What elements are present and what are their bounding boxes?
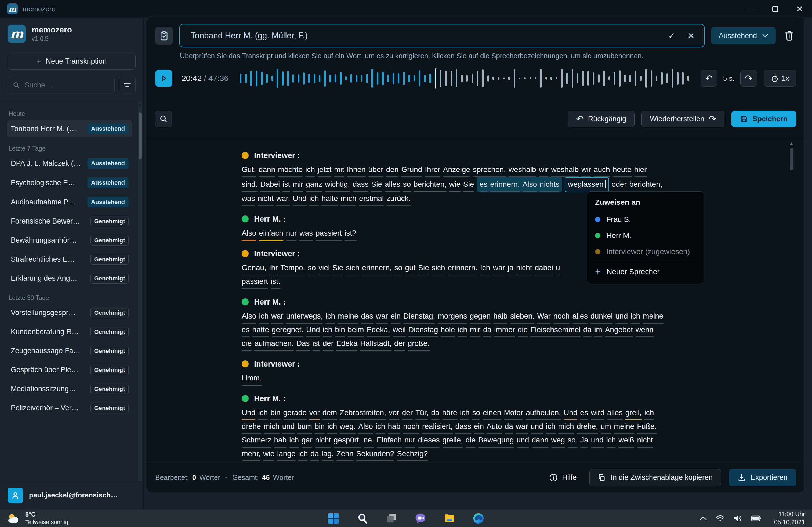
transcript-word[interactable]: Auto	[487, 420, 502, 434]
transcript-word[interactable]: Dabei	[260, 178, 280, 192]
delete-button[interactable]	[782, 30, 796, 41]
transcript-word[interactable]: so	[403, 178, 411, 192]
wifi-icon[interactable]	[715, 515, 725, 522]
transcript-word[interactable]: ist?	[345, 227, 356, 241]
waveform[interactable]	[240, 68, 689, 89]
transcript-word[interactable]: lange	[277, 448, 296, 461]
task-view-button[interactable]	[385, 512, 398, 525]
transcript-word[interactable]: dann	[532, 434, 548, 448]
transcript-word[interactable]: immer	[494, 323, 515, 337]
transcript-word[interactable]: ist.	[271, 275, 280, 289]
transcript-word[interactable]: es	[580, 407, 588, 420]
speaker-row[interactable]: Interviewer :	[242, 359, 796, 369]
transcript-word[interactable]: ich	[298, 448, 308, 461]
transcript-word[interactable]: dieses	[418, 434, 440, 448]
transcript-word[interactable]: im	[594, 323, 602, 337]
speaker-row[interactable]: Herr M. :	[242, 393, 796, 404]
transcript-word[interactable]: erinnern,	[362, 261, 392, 275]
transcript-word[interactable]: ja	[508, 261, 514, 275]
transcript-word[interactable]: wie	[449, 178, 461, 192]
transcript-word[interactable]: Ihr	[269, 261, 278, 275]
transcript-word[interactable]: ich	[325, 310, 335, 323]
transcript-word[interactable]: halte	[321, 192, 338, 206]
transcript-word[interactable]: Bewegung	[478, 434, 514, 448]
transcript-word[interactable]: ein	[391, 310, 401, 323]
transcript-word[interactable]: mich	[558, 420, 574, 434]
assign-menu-item[interactable]: Herr M.	[595, 228, 696, 244]
transcript-word[interactable]: noch	[403, 420, 419, 434]
status-dropdown[interactable]: Ausstehend	[711, 27, 776, 44]
sidebar-item[interactable]: Forensische Bewer…Genehmigt	[7, 213, 132, 230]
sidebar-item[interactable]: DPA J. L. Malczek (…Ausstehend	[7, 155, 132, 172]
transcript-scrollbar[interactable]	[790, 148, 794, 170]
speaker-row[interactable]: Interviewer :	[242, 248, 796, 259]
transcript-word[interactable]: viel	[318, 261, 330, 275]
transcript-word[interactable]: Fleischsemmel	[530, 323, 581, 337]
transcript-word[interactable]: drehe,	[577, 420, 598, 434]
skip-back-button[interactable]: ↶	[700, 70, 717, 87]
transcript-word[interactable]: weg.	[340, 420, 356, 434]
taskbar-clock[interactable]: 11:00 Uhr 05.10.2021	[774, 510, 805, 526]
transcript-word[interactable]: da	[505, 420, 513, 434]
copy-to-clipboard-button[interactable]: In die Zwischenablage kopieren	[590, 469, 721, 486]
transcript-word[interactable]: Dienstag	[408, 323, 438, 337]
transcript-search-button[interactable]	[155, 110, 172, 127]
transcript-word[interactable]: Zebrastreifen,	[340, 407, 386, 420]
transcript-word[interactable]: das	[361, 310, 373, 323]
sidebar-item[interactable]: Psychologische E…Ausstehend	[7, 174, 132, 191]
transcript-word[interactable]: was	[242, 192, 255, 206]
transcript-word[interactable]: alles	[385, 178, 400, 192]
transcript-word[interactable]: Edeka,	[366, 323, 390, 337]
transcript-word[interactable]: ich	[289, 434, 299, 448]
transcript-word[interactable]: berichten,	[629, 178, 663, 192]
transcript-word[interactable]: gespürt,	[334, 434, 361, 448]
transcript-word[interactable]: Einfach	[377, 434, 402, 448]
transcript-word[interactable]: und	[531, 420, 543, 434]
transcript-word[interactable]: sind.	[242, 178, 258, 192]
transcript-word[interactable]: nicht	[258, 192, 274, 206]
transcript-word[interactable]: wir	[581, 163, 591, 177]
transcript-word[interactable]: sprechen,	[473, 163, 506, 177]
edge-browser-button[interactable]	[472, 512, 485, 525]
transcript-word[interactable]: gut	[405, 261, 416, 275]
transcript-word[interactable]: Sie	[332, 261, 343, 275]
transcript-word[interactable]: Ja	[580, 434, 588, 448]
sidebar-item[interactable]: Bewährungsanhör…Genehmigt	[7, 232, 132, 249]
transcript-word[interactable]: realisiert,	[422, 420, 453, 434]
transcript-word[interactable]: so	[394, 261, 403, 275]
transcript-word[interactable]: große.	[408, 337, 430, 351]
play-button[interactable]	[155, 70, 172, 87]
transcript-word[interactable]: mit	[334, 163, 344, 177]
transcript-word[interactable]: so.	[568, 434, 578, 448]
transcript-word[interactable]: halb	[493, 310, 508, 323]
transcript-word[interactable]: ich	[323, 323, 332, 337]
transcript-word[interactable]: morgens	[438, 310, 467, 323]
transcript-word[interactable]: u	[556, 261, 560, 275]
transcript-word[interactable]: gerade	[283, 407, 307, 420]
transcript-word[interactable]: unterwegs,	[286, 310, 323, 323]
transcript-word[interactable]: wie	[263, 448, 274, 461]
undo-button[interactable]: ↶ Rückgängig	[568, 110, 635, 127]
transcript-word[interactable]: weshalb	[551, 163, 579, 177]
transcript-word[interactable]: bin	[271, 407, 280, 420]
transcript-word[interactable]: es	[242, 323, 250, 337]
transcript-word[interactable]: war	[271, 310, 283, 323]
volume-icon[interactable]	[733, 515, 742, 522]
transcript-word[interactable]: lag.	[322, 448, 334, 461]
word-edit-box[interactable]: weglassen	[565, 177, 609, 192]
transcript-word[interactable]: einen	[483, 407, 501, 420]
transcript-word[interactable]: was	[300, 227, 313, 241]
transcript-word[interactable]: ich	[460, 407, 470, 420]
transcript-word[interactable]: mehr,	[242, 448, 260, 461]
transcript-word[interactable]: ne.	[364, 434, 374, 448]
transcript-word[interactable]: hatte	[252, 323, 269, 337]
transcript-word[interactable]: Sechzig?	[397, 448, 428, 461]
transcript-word[interactable]: gegen	[470, 310, 491, 323]
transcript-word[interactable]: wichtig,	[325, 178, 350, 192]
transcript-word[interactable]: Hallstadt,	[360, 337, 392, 351]
transcript-word[interactable]: wird	[591, 407, 605, 420]
transcript-word[interactable]: Sie	[418, 261, 429, 275]
transcript-word[interactable]: grelle,	[443, 434, 463, 448]
transcript-word[interactable]: erinnern.	[448, 261, 478, 275]
transcript-word[interactable]: Und	[564, 407, 577, 420]
